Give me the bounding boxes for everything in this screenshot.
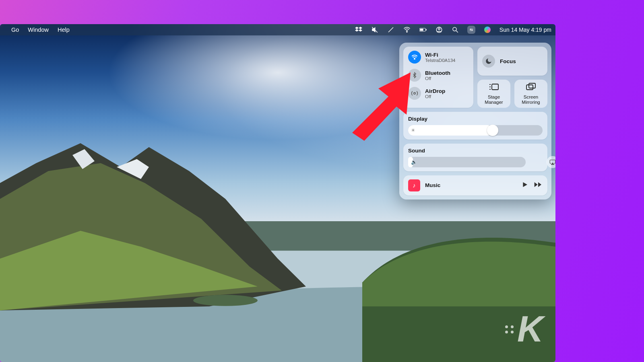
svg-point-17 xyxy=(414,93,416,95)
svg-marker-26 xyxy=(535,182,538,187)
tool-icon[interactable] xyxy=(387,26,395,34)
menu-help[interactable]: Help xyxy=(58,27,70,33)
svg-marker-25 xyxy=(523,182,527,187)
battery-icon[interactable] xyxy=(419,26,427,34)
svg-marker-27 xyxy=(538,182,541,187)
svg-point-10 xyxy=(453,27,456,31)
menubar-datetime[interactable]: Sun 14 May 4:19 pm xyxy=(500,27,551,33)
menu-go[interactable]: Go xyxy=(11,27,19,33)
screen-mirroring-label: Screen Mirroring xyxy=(516,95,546,105)
music-app-icon: ♪ xyxy=(408,179,420,191)
control-center-icon[interactable] xyxy=(467,26,475,34)
airdrop-icon xyxy=(408,87,421,100)
dropbox-icon[interactable] xyxy=(355,26,363,34)
display-slider[interactable]: ☀︎ xyxy=(408,125,543,136)
wifi-icon xyxy=(408,51,421,64)
svg-point-13 xyxy=(470,29,471,29)
wifi-title: Wi-Fi xyxy=(425,52,455,58)
svg-line-11 xyxy=(456,31,458,33)
svg-rect-23 xyxy=(529,83,535,88)
next-track-button[interactable] xyxy=(534,181,543,189)
menubar: Go Window Help xyxy=(0,24,555,35)
desktop-viewport: Go Window Help xyxy=(0,24,555,362)
svg-rect-6 xyxy=(420,29,423,31)
watermark: K xyxy=(505,309,542,350)
display-tile: Display ☀︎ xyxy=(403,112,547,140)
svg-rect-22 xyxy=(526,85,533,90)
airdrop-toggle[interactable]: AirDrop Off xyxy=(408,87,469,100)
airplay-audio-button[interactable] xyxy=(547,156,555,168)
svg-line-3 xyxy=(388,27,393,32)
wifi-icon[interactable] xyxy=(403,26,411,34)
connectivity-tile: Wi-Fi TelstraD0A134 Bluetooth Off AirD xyxy=(403,47,473,108)
screen-mirroring-icon xyxy=(526,83,536,93)
menu-window[interactable]: Window xyxy=(28,27,49,33)
sound-slider[interactable]: 🔈 xyxy=(408,157,526,167)
svg-point-1 xyxy=(193,295,258,306)
stage-manager-tile[interactable]: Stage Manager xyxy=(477,80,510,108)
wifi-network: TelstraD0A134 xyxy=(425,58,455,63)
sound-label: Sound xyxy=(408,148,543,154)
brightness-icon: ☀︎ xyxy=(411,128,415,133)
airdrop-status: Off xyxy=(425,94,445,99)
bluetooth-toggle[interactable]: Bluetooth Off xyxy=(408,69,469,82)
watermark-letter: K xyxy=(517,309,542,350)
svg-marker-24 xyxy=(551,163,554,165)
music-label: Music xyxy=(425,182,440,188)
screen-mirroring-tile[interactable]: Screen Mirroring xyxy=(514,80,547,108)
volume-icon: 🔈 xyxy=(411,159,417,165)
bluetooth-icon xyxy=(408,69,421,82)
svg-rect-18 xyxy=(492,84,498,90)
bluetooth-status: Off xyxy=(425,76,450,81)
stage-manager-label: Stage Manager xyxy=(479,95,509,105)
now-playing-tile[interactable]: ♪ Music xyxy=(403,175,547,195)
focus-label: Focus xyxy=(500,58,516,64)
svg-rect-7 xyxy=(426,29,427,31)
control-center-panel: Wi-Fi TelstraD0A134 Bluetooth Off AirD xyxy=(399,43,551,200)
moon-icon xyxy=(482,55,495,68)
svg-point-16 xyxy=(414,58,415,59)
svg-point-9 xyxy=(438,28,440,30)
wifi-toggle[interactable]: Wi-Fi TelstraD0A134 xyxy=(408,51,469,64)
user-icon[interactable] xyxy=(435,26,443,34)
airdrop-title: AirDrop xyxy=(425,88,445,94)
spotlight-search-icon[interactable] xyxy=(451,26,459,34)
bluetooth-title: Bluetooth xyxy=(425,70,450,76)
svg-point-15 xyxy=(472,30,472,31)
focus-tile[interactable]: Focus xyxy=(477,47,547,76)
siri-icon[interactable] xyxy=(483,26,491,34)
sound-tile: Sound 🔈 xyxy=(403,144,547,171)
svg-point-4 xyxy=(407,31,407,32)
volume-muted-icon[interactable] xyxy=(371,26,379,34)
display-label: Display xyxy=(408,116,543,122)
stage-manager-icon xyxy=(489,83,499,93)
play-button[interactable] xyxy=(522,181,528,189)
